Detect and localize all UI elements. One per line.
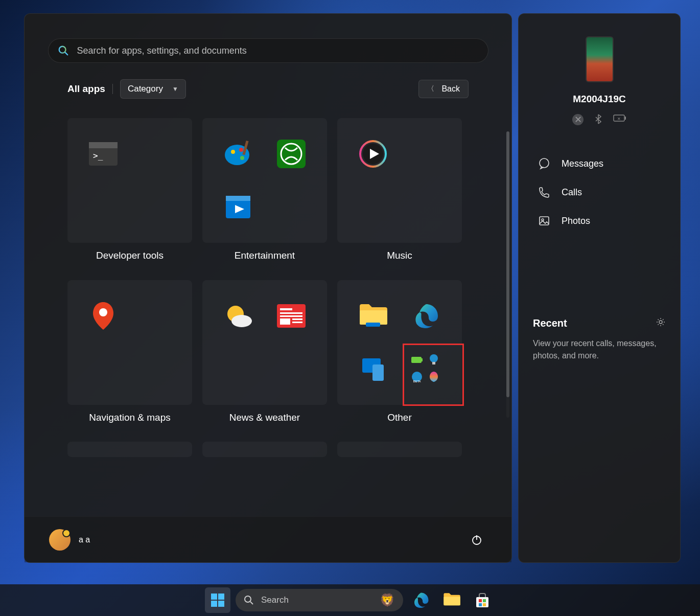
edge-icon bbox=[411, 301, 441, 331]
mini-app-cluster: BETA bbox=[411, 354, 441, 384]
taskbar-file-explorer[interactable] bbox=[439, 587, 464, 613]
back-button[interactable]: 〈 Back bbox=[418, 80, 469, 98]
svg-point-20 bbox=[231, 315, 252, 327]
category-label: Category bbox=[128, 84, 163, 94]
phone-link-panel: M2004J19C ✕ ✕ Messages Calls Photos Rece… bbox=[518, 13, 681, 563]
tile-box: BETA bbox=[337, 280, 462, 405]
start-button[interactable] bbox=[205, 587, 230, 613]
search-icon bbox=[244, 595, 254, 605]
svg-rect-44 bbox=[540, 217, 549, 225]
news-icon bbox=[276, 301, 307, 331]
svg-point-0 bbox=[59, 47, 65, 53]
battery-icon[interactable]: ✕ bbox=[613, 114, 626, 127]
svg-rect-33 bbox=[422, 358, 423, 361]
gear-icon[interactable] bbox=[656, 317, 666, 329]
category-music[interactable]: Music bbox=[337, 118, 462, 270]
svg-rect-53 bbox=[444, 597, 460, 605]
lion-icon: 🦁 bbox=[380, 593, 395, 607]
paint3d-mini-icon bbox=[428, 371, 440, 383]
scrollbar[interactable] bbox=[506, 131, 509, 418]
svg-rect-48 bbox=[218, 594, 224, 600]
phone-device-image[interactable] bbox=[586, 36, 614, 82]
svg-point-46 bbox=[659, 321, 662, 324]
svg-rect-58 bbox=[483, 603, 486, 606]
power-button[interactable] bbox=[466, 530, 487, 550]
media-player-icon bbox=[358, 139, 388, 169]
battery-mini-icon bbox=[411, 354, 423, 366]
taskbar: Search 🦁 bbox=[0, 584, 700, 616]
phone-device-name: M2004J19C bbox=[533, 94, 666, 105]
svg-rect-24 bbox=[280, 315, 302, 317]
phone-photos-button[interactable]: Photos bbox=[533, 207, 666, 235]
user-name[interactable]: a a bbox=[79, 535, 90, 544]
terminal-icon: >_ bbox=[88, 139, 119, 169]
svg-rect-57 bbox=[479, 603, 482, 606]
svg-line-1 bbox=[65, 53, 67, 55]
photos-icon bbox=[538, 215, 550, 227]
category-partial[interactable] bbox=[202, 442, 327, 466]
tile-box bbox=[67, 280, 192, 405]
svg-rect-3 bbox=[89, 142, 118, 148]
photos-label: Photos bbox=[562, 216, 590, 226]
svg-rect-56 bbox=[483, 599, 486, 602]
clipchamp-icon bbox=[223, 192, 253, 222]
svg-line-52 bbox=[250, 602, 253, 604]
weather-icon bbox=[223, 301, 253, 331]
svg-point-7 bbox=[239, 148, 243, 152]
recent-section: Recent View your recent calls, messages,… bbox=[533, 317, 666, 362]
store-icon bbox=[474, 592, 491, 608]
tile-box bbox=[337, 118, 462, 243]
phone-messages-button[interactable]: Messages bbox=[533, 149, 666, 178]
svg-point-43 bbox=[540, 158, 549, 168]
svg-text:✕: ✕ bbox=[617, 117, 621, 121]
category-developer-tools[interactable]: >_ Developer tools bbox=[67, 118, 192, 270]
chevron-down-icon: ▼ bbox=[172, 85, 178, 93]
tile-box bbox=[67, 442, 192, 457]
user-avatar[interactable] bbox=[49, 529, 71, 551]
svg-rect-28 bbox=[360, 310, 387, 325]
divider bbox=[112, 84, 113, 94]
taskbar-store[interactable] bbox=[470, 587, 495, 613]
scrollbar-thumb[interactable] bbox=[506, 131, 509, 397]
power-icon bbox=[471, 534, 483, 546]
tile-label: Other bbox=[387, 412, 412, 423]
category-other[interactable]: BETA Other bbox=[337, 280, 462, 432]
taskbar-edge[interactable] bbox=[408, 587, 434, 613]
tile-box bbox=[202, 118, 327, 243]
start-content: Search for apps, settings, and documents… bbox=[25, 14, 511, 516]
category-dropdown[interactable]: Category ▼ bbox=[120, 79, 186, 99]
category-entertainment[interactable]: Entertainment bbox=[202, 118, 327, 270]
windows-icon bbox=[210, 592, 225, 608]
bluetooth-icon[interactable] bbox=[595, 114, 602, 127]
edge-beta-mini-icon: BETA bbox=[411, 371, 423, 383]
search-input[interactable]: Search for apps, settings, and documents bbox=[48, 38, 488, 63]
tile-box bbox=[202, 442, 327, 457]
svg-point-34 bbox=[430, 354, 438, 362]
category-news-weather[interactable]: News & weather bbox=[202, 280, 327, 432]
taskbar-search[interactable]: Search 🦁 bbox=[236, 589, 403, 611]
svg-rect-55 bbox=[479, 599, 482, 602]
search-placeholder: Search for apps, settings, and documents bbox=[77, 45, 247, 56]
svg-point-51 bbox=[245, 596, 251, 602]
category-navigation[interactable]: Navigation & maps bbox=[67, 280, 192, 432]
phone-calls-button[interactable]: Calls bbox=[533, 178, 666, 207]
start-menu-panel: Search for apps, settings, and documents… bbox=[24, 13, 512, 563]
category-partial[interactable] bbox=[67, 442, 192, 466]
svg-rect-13 bbox=[226, 196, 250, 201]
tile-box: >_ bbox=[67, 118, 192, 243]
maps-icon bbox=[88, 301, 119, 331]
svg-rect-29 bbox=[366, 323, 380, 327]
file-explorer-icon bbox=[443, 592, 460, 608]
calls-label: Calls bbox=[562, 187, 582, 198]
tile-box bbox=[202, 280, 327, 405]
svg-rect-50 bbox=[218, 601, 224, 607]
svg-rect-25 bbox=[280, 318, 290, 325]
chevron-left-icon: 〈 bbox=[427, 84, 434, 94]
dnd-status-icon[interactable]: ✕ bbox=[572, 114, 584, 125]
recent-title: Recent bbox=[533, 317, 567, 329]
svg-rect-22 bbox=[280, 308, 292, 310]
category-partial[interactable] bbox=[337, 442, 462, 466]
svg-rect-27 bbox=[292, 322, 302, 323]
svg-point-6 bbox=[231, 150, 235, 154]
recent-header: Recent bbox=[533, 317, 666, 329]
